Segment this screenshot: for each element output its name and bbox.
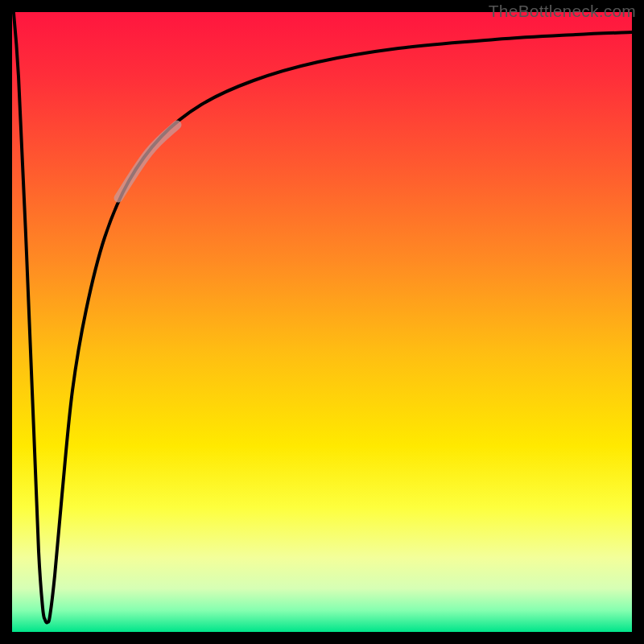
bottleneck-curve xyxy=(12,12,632,622)
highlight-segment xyxy=(118,125,177,198)
chart-frame: TheBottleneck.com xyxy=(0,0,644,644)
plot-area xyxy=(12,12,632,632)
curve-layer xyxy=(12,12,632,632)
watermark-text: TheBottleneck.com xyxy=(489,2,636,21)
